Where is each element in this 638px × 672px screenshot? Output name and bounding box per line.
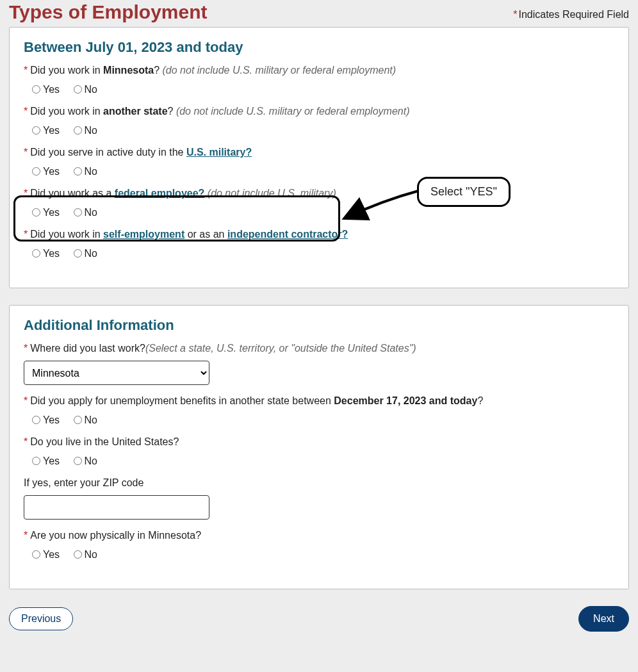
question-last-work-state: *Where did you last work?(Select a state… xyxy=(24,343,614,385)
question-other-state: *Did you work in another state? (do not … xyxy=(24,106,614,136)
required-field-note: *Indicates Required Field xyxy=(513,9,629,20)
q2-no[interactable]: No xyxy=(70,125,97,136)
question-minnesota: *Did you work in Minnesota? (do not incl… xyxy=(24,65,614,95)
additional-info-card: Additional Information *Where did you la… xyxy=(9,305,629,589)
q4-no[interactable]: No xyxy=(70,207,97,218)
s2q3-no[interactable]: No xyxy=(70,455,97,466)
question-federal-employee: *Did you work as a federal employee? (do… xyxy=(24,188,614,218)
question-self-employment: *Did you work in self-employment or as a… xyxy=(24,229,614,259)
us-military-link[interactable]: U.S. military? xyxy=(186,147,252,158)
q5-yes[interactable]: Yes xyxy=(29,248,60,259)
q1-yes[interactable]: Yes xyxy=(29,84,60,95)
previous-button[interactable]: Previous xyxy=(9,607,73,630)
federal-employee-link[interactable]: federal employee? xyxy=(115,188,205,199)
section2-title: Additional Information xyxy=(24,317,614,334)
q3-yes[interactable]: Yes xyxy=(29,166,60,177)
q2-yes[interactable]: Yes xyxy=(29,125,60,136)
question-live-in-us: *Do you live in the United States? Yes N… xyxy=(24,436,614,467)
q4-yes[interactable]: Yes xyxy=(29,207,60,218)
state-select[interactable]: Minnesota xyxy=(24,361,209,385)
footer-buttons: Previous Next xyxy=(9,606,629,632)
question-us-military: *Did you serve in active duty in the U.S… xyxy=(24,147,614,177)
s2q5-no[interactable]: No xyxy=(70,549,97,560)
employment-types-card: Between July 01, 2023 and today *Did you… xyxy=(9,27,629,288)
question-physically-in-mn: *Are you now physically in Minnesota? Ye… xyxy=(24,530,614,561)
s2q3-yes[interactable]: Yes xyxy=(29,455,60,466)
s2q2-no[interactable]: No xyxy=(70,414,97,425)
question-zip-code: If yes, enter your ZIP code xyxy=(24,477,614,520)
q5-no[interactable]: No xyxy=(70,248,97,259)
s2q2-yes[interactable]: Yes xyxy=(29,414,60,425)
independent-contractor-link[interactable]: independent contractor? xyxy=(227,229,348,240)
q3-no[interactable]: No xyxy=(70,166,97,177)
self-employment-link[interactable]: self-employment xyxy=(103,229,184,240)
section1-title: Between July 01, 2023 and today xyxy=(24,39,614,56)
question-other-state-benefits: *Did you apply for unemployment benefits… xyxy=(24,395,614,426)
next-button[interactable]: Next xyxy=(578,606,629,632)
q1-no[interactable]: No xyxy=(70,84,97,95)
page-title: Types of Employment xyxy=(9,0,208,23)
zip-input[interactable] xyxy=(24,495,209,520)
s2q5-yes[interactable]: Yes xyxy=(29,549,60,560)
